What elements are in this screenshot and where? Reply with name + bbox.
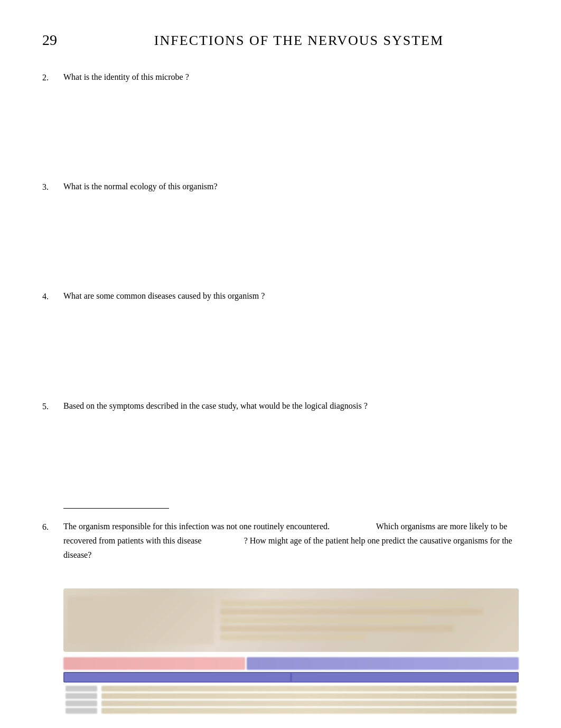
question-2-answer-space [63,89,519,153]
question-3-number: 3. [42,179,63,262]
question-6-answer-area [63,588,519,717]
table-header-blue [247,657,519,670]
question-6-text: The organism responsible for this infect… [63,522,330,531]
question-3-content: What is the normal ecology of this organ… [63,179,519,262]
question-2-text: What is the identity of this microbe [63,72,183,81]
question-5-text: Based on the symptoms described in the c… [63,401,362,410]
page-number: 29 [42,32,69,49]
page-header: 29 INFECTIONS OF THE NERVOUS SYSTEM [42,32,519,49]
table-dark-bar [63,672,519,683]
question-5-block: 5. Based on the symptoms described in th… [42,399,519,482]
question-4-number: 4. [42,289,63,372]
question-6-part2-suffix: ? [244,536,248,545]
question-4-answer-space [63,309,519,372]
question-2-number: 2. [42,70,63,153]
question-3-answer-space [63,199,519,262]
row-content [101,693,517,699]
question-6-content: The organism responsible for this infect… [63,519,519,563]
blurred-table-header [63,657,519,670]
bar-segment-1 [64,673,290,681]
question-3-block: 3. What is the normal ecology of this or… [42,179,519,262]
question-4-suffix: ? [261,291,265,300]
table-row [66,708,517,714]
row-label [66,701,97,706]
row-content [101,686,517,692]
row-content [101,708,517,714]
question-2-block: 2. What is the identity of this microbe … [42,70,519,153]
row-label [66,693,97,699]
row-label [66,686,97,692]
table-row [66,701,517,706]
table-data-rows [63,684,519,717]
question-2-content: What is the identity of this microbe ? [63,70,519,153]
row-content [101,701,517,706]
question-3-text: What is the normal ecology of this organ… [63,182,218,191]
row-label [66,708,97,714]
question-5-number: 5. [42,399,63,482]
question-4-block: 4. What are some common diseases caused … [42,289,519,372]
table-header-pink [63,657,245,670]
page-title: INFECTIONS OF THE NERVOUS SYSTEM [79,33,519,49]
question-2-suffix: ? [185,72,189,81]
question-6-block: 6. The organism responsible for this inf… [42,519,519,563]
question-4-text: What are some common diseases caused by … [63,291,259,300]
table-row [66,686,517,692]
table-row [66,693,517,699]
question-5-answer-space [63,418,519,482]
question-5-content: Based on the symptoms described in the c… [63,399,519,482]
question-6-number: 6. [42,519,63,563]
question-5-suffix: ? [364,401,368,410]
blurred-image [63,588,519,652]
question-4-content: What are some common diseases caused by … [63,289,519,372]
bar-segment-2 [292,673,518,681]
section-divider [63,508,169,509]
